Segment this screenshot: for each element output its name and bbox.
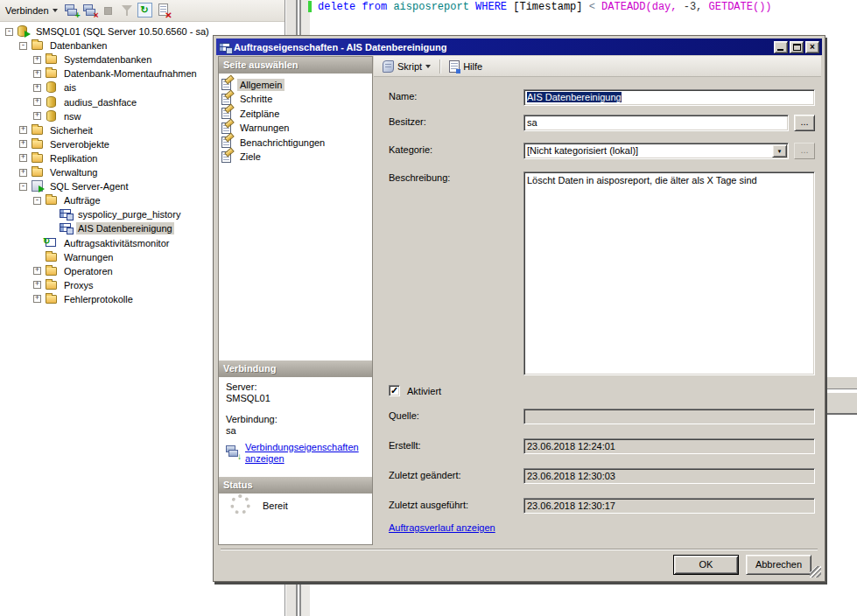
expand-toggle-icon[interactable]: + — [33, 281, 41, 289]
name-input[interactable]: AIS Datenbereinigung — [523, 89, 815, 106]
help-icon — [449, 60, 460, 73]
sidebar-page-label[interactable]: Benachrichtigungen — [237, 136, 327, 149]
expand-toggle-icon[interactable]: + — [33, 295, 41, 303]
sql-editor-line[interactable]: delete from aisposreport WHERE [Timestam… — [318, 1, 772, 13]
expand-toggle-icon[interactable]: - — [33, 197, 41, 205]
tree-item[interactable]: -SMSQL01 (SQL Server 10.50.6560 - sa) — [4, 24, 211, 38]
expand-toggle-icon[interactable]: - — [19, 42, 27, 50]
dropdown-arrow-icon[interactable]: ▼ — [772, 144, 787, 158]
tree-item-label[interactable]: Warnungen — [62, 251, 115, 263]
script-menu-button[interactable]: Skript — [379, 59, 434, 74]
sidebar-page-label[interactable]: Zeitpläne — [237, 108, 282, 120]
sidebar-page-item[interactable]: Ziele — [221, 150, 263, 164]
tree-item-label[interactable]: syspolicy_purge_history — [76, 208, 182, 220]
sidebar-page-label[interactable]: Allgemein — [237, 79, 284, 91]
tree-item-label[interactable]: Verwaltung — [48, 166, 99, 178]
sidebar-page-label[interactable]: Ziele — [237, 150, 263, 163]
enabled-checkbox[interactable]: ✓ — [389, 385, 400, 396]
tree-item[interactable]: +Verwaltung — [18, 165, 99, 179]
page-icon — [221, 150, 235, 164]
script-error-button[interactable]: ✕ — [156, 3, 172, 18]
connection-header: Verbindung — [219, 360, 372, 377]
tree-item[interactable]: +Operatoren — [32, 264, 115, 278]
expand-toggle-icon[interactable]: + — [33, 98, 41, 106]
description-textarea[interactable]: Löscht Daten in aisposreport, die älter … — [523, 172, 815, 375]
tree-item-label[interactable]: Aufträge — [62, 194, 102, 206]
disconnect-server-button[interactable]: × — [82, 3, 98, 18]
expand-toggle-icon[interactable]: - — [5, 28, 13, 36]
resize-grip[interactable] — [810, 566, 821, 578]
tree-item[interactable]: AIS Datenbereinigung — [46, 221, 174, 235]
tree-item-label[interactable]: SMSQL01 (SQL Server 10.50.6560 - sa) — [34, 25, 211, 38]
tree-item[interactable]: -Aufträge — [32, 193, 102, 207]
tree-item[interactable]: +nsw — [32, 109, 83, 123]
cancel-button[interactable]: Abbrechen — [746, 555, 811, 575]
help-button[interactable]: Hilfe — [446, 59, 486, 74]
category-dropdown[interactable]: [Nicht kategorisiert (lokal)] ▼ — [523, 143, 789, 159]
tree-item[interactable]: Warnungen — [32, 250, 115, 264]
tree-item[interactable]: -Datenbanken — [18, 38, 109, 52]
sidebar-page-item[interactable]: Benachrichtigungen — [221, 135, 327, 150]
connection-properties-link[interactable]: Verbindungseigenschaften anzeigen — [245, 442, 359, 465]
tree-item-label[interactable]: Datenbank-Momentaufnahmen — [62, 67, 199, 80]
tree-item[interactable]: -SQL Server-Agent — [18, 179, 130, 193]
expand-toggle-icon[interactable]: + — [19, 154, 27, 162]
dialog-titlebar[interactable]: Auftragseigenschaften - AIS Datenbereini… — [216, 38, 822, 55]
tree-item-label[interactable]: Sicherheit — [48, 124, 95, 136]
tree-item[interactable]: +audius_dashface — [32, 95, 138, 109]
agent-icon — [32, 180, 43, 192]
page-icon — [221, 107, 235, 120]
background-scrollbar[interactable] — [824, 392, 857, 415]
tree-item-label[interactable]: Replikation — [48, 152, 99, 164]
refresh-button[interactable]: ↻ — [137, 3, 153, 18]
tree-item[interactable]: +Datenbank-Momentaufnahmen — [32, 66, 199, 80]
tree-item[interactable]: +Serverobjekte — [18, 137, 111, 151]
tree-item-label[interactable]: Systemdatenbanken — [62, 53, 153, 66]
tree-item[interactable]: syspolicy_purge_history — [46, 207, 182, 221]
tree-item[interactable]: +Proxys — [32, 278, 95, 292]
tree-item-label[interactable]: audius_dashface — [62, 96, 138, 108]
page-icon — [221, 79, 231, 90]
tree-item-label[interactable]: Serverobjekte — [48, 138, 111, 150]
expand-toggle-icon[interactable]: + — [33, 56, 41, 64]
owner-browse-button[interactable]: ... — [794, 115, 815, 131]
tree-item-label[interactable]: nsw — [62, 110, 83, 122]
connect-server-button[interactable]: + — [64, 3, 80, 18]
tree-item-label[interactable]: Datenbanken — [48, 39, 109, 52]
tree-item[interactable]: +Systemdatenbanken — [32, 52, 153, 66]
expand-toggle-icon[interactable]: + — [19, 126, 27, 134]
minimize-button[interactable] — [774, 41, 788, 53]
expand-toggle-icon[interactable]: + — [33, 112, 41, 120]
tree-item[interactable]: +Fehlerprotokolle — [32, 292, 135, 306]
sidebar-page-label[interactable]: Schritte — [237, 93, 275, 105]
expand-toggle-icon[interactable]: + — [19, 169, 27, 177]
sidebar-page-label[interactable]: Warnungen — [237, 122, 292, 134]
x-icon: ✕ — [165, 11, 172, 20]
help-label: Hilfe — [463, 61, 482, 72]
tree-item[interactable]: Auftragsaktivitätsmonitor — [32, 236, 171, 250]
tree-item-label[interactable]: Fehlerprotokolle — [62, 293, 135, 305]
owner-input[interactable]: sa — [523, 115, 789, 131]
tree-item[interactable]: +Sicherheit — [18, 123, 95, 137]
expand-toggle-icon[interactable]: + — [33, 84, 41, 92]
expand-toggle-icon[interactable]: + — [33, 267, 41, 275]
expand-toggle-icon[interactable]: + — [19, 140, 27, 148]
maximize-button[interactable] — [790, 41, 804, 53]
tree-item-label[interactable]: Operatoren — [62, 265, 115, 277]
connect-menu-button[interactable]: Verbinden — [2, 4, 61, 18]
job-history-link[interactable]: Auftragsverlauf anzeigen — [389, 522, 495, 533]
ok-button[interactable]: OK — [673, 555, 739, 575]
tree-item-label[interactable]: AIS Datenbereinigung — [76, 222, 174, 234]
tree-item[interactable]: +Replikation — [18, 151, 99, 165]
page-icon — [221, 122, 235, 135]
close-button[interactable]: × — [805, 41, 819, 53]
expand-toggle-icon[interactable]: - — [19, 183, 27, 191]
tree-item-label[interactable]: Proxys — [62, 279, 95, 291]
expand-slot: - — [18, 181, 29, 192]
job-icon — [60, 223, 71, 232]
tree-item[interactable]: +ais — [32, 80, 78, 94]
tree-item-label[interactable]: SQL Server-Agent — [48, 180, 130, 192]
expand-toggle-icon[interactable]: + — [33, 70, 41, 78]
tree-item-label[interactable]: ais — [62, 81, 78, 94]
tree-item-label[interactable]: Auftragsaktivitätsmonitor — [62, 237, 171, 249]
